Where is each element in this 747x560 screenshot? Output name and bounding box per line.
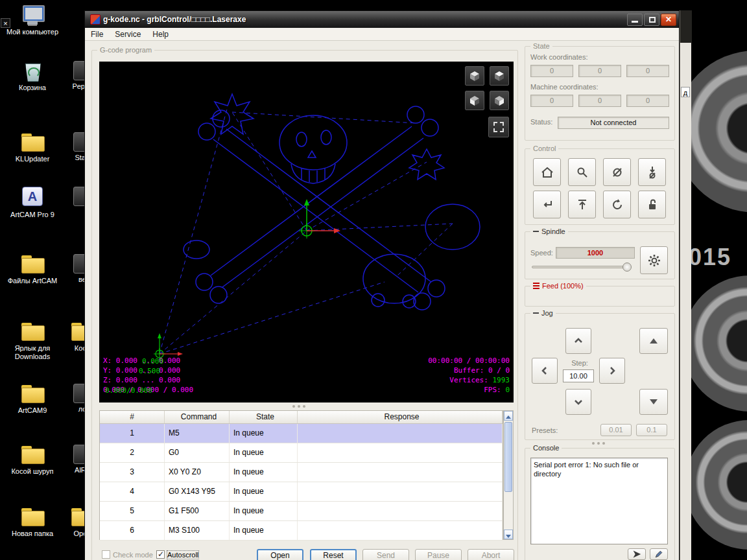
safe-position-button[interactable] <box>568 191 596 218</box>
view-front-button[interactable] <box>465 91 484 110</box>
console-send-button[interactable] <box>628 548 646 560</box>
menu-file[interactable]: File <box>85 29 109 40</box>
autoscroll-checkbox[interactable] <box>156 550 165 559</box>
console-edit-button[interactable] <box>650 548 668 560</box>
feed-menu-icon[interactable] <box>533 285 540 286</box>
background-window-text: д <box>681 87 690 97</box>
abort-button[interactable]: Abort <box>468 549 514 560</box>
wallpaper-circle <box>682 275 747 412</box>
close-button[interactable]: ✕ <box>661 14 676 26</box>
folder-icon <box>19 320 45 342</box>
folder-icon <box>19 443 45 465</box>
table-row[interactable]: 3X0 Y0 Z0In queue <box>100 463 503 482</box>
recycle-bin-icon <box>19 60 45 82</box>
table-row[interactable]: 6M3 S100In queue <box>100 521 503 541</box>
collapse-icon[interactable] <box>533 312 539 314</box>
app-icon <box>90 14 101 25</box>
desktop-icon-artcam-files[interactable]: Файлы ArtCAM <box>3 253 62 285</box>
titlebar[interactable]: g-kode.nc - grblControl/□□□□.Laseraxe ✕ <box>85 11 679 28</box>
view-isometric-button[interactable] <box>465 66 484 86</box>
check-mode-checkbox[interactable] <box>102 550 110 559</box>
desktop-icon-my-computer[interactable]: Мой компьютер <box>3 4 62 36</box>
check-mode-checkbox-row[interactable]: Check mode <box>102 550 153 559</box>
view-left-button[interactable] <box>490 91 509 110</box>
command-table[interactable]: # Command State Response 1M5In queue 2G0… <box>99 410 503 540</box>
splitter-handle[interactable] <box>292 405 295 408</box>
desktop-icon-new-folder[interactable]: Новая папка <box>3 506 62 538</box>
panel-splitter-handle[interactable] <box>592 442 595 445</box>
collapse-icon[interactable] <box>533 231 539 232</box>
menu-help[interactable]: Help <box>147 29 174 40</box>
preset-01-button[interactable]: 0.1 <box>636 424 667 436</box>
desktop-icon-recycle-bin[interactable]: Корзина <box>3 60 62 92</box>
hud-coordinates: X: 0.000 ... 0.0000.000 Y: 0.000 ... 0.0… <box>103 356 193 395</box>
menu-service[interactable]: Service <box>109 29 147 40</box>
state-group: State Work coordinates: 0 0 0 Machine co… <box>525 46 675 141</box>
home-button[interactable] <box>533 158 561 186</box>
folder-icon <box>19 506 45 528</box>
maximize-button[interactable] <box>644 14 659 26</box>
work-coordinates-label: Work coordinates: <box>530 53 587 61</box>
table-row[interactable]: 4G0 X143 Y95In queue <box>100 482 503 502</box>
wallpaper-text: 015 <box>689 244 731 271</box>
fit-view-button[interactable] <box>488 117 509 137</box>
scrollbar-thumb[interactable] <box>504 422 512 492</box>
artcam-icon: A <box>22 187 43 206</box>
open-button[interactable]: Open <box>257 549 303 560</box>
step-input[interactable]: 10.00 <box>563 369 594 382</box>
reset-button-control[interactable] <box>603 191 631 218</box>
jog-x-minus-button[interactable] <box>532 358 558 384</box>
desktop-icon-artcam9[interactable]: ArtCAM9 <box>3 382 62 415</box>
machine-z-display: 0 <box>626 95 669 107</box>
step-label: Step: <box>564 359 595 367</box>
gcode-visualizer[interactable]: X: 0.000 ... 0.0000.000 Y: 0.000 ... 0.0… <box>99 62 514 402</box>
spindle-speed-display: 1000 <box>556 247 635 259</box>
autoscroll-checkbox-row[interactable]: Autoscroll <box>156 550 198 559</box>
scroll-down-button[interactable] <box>504 530 513 539</box>
jog-y-plus-button[interactable] <box>565 328 591 354</box>
desktop-icon-artcam-pro[interactable]: A ArtCAM Pro 9 <box>3 185 62 219</box>
zero-z-button[interactable] <box>638 158 666 186</box>
slider-handle[interactable] <box>622 262 632 272</box>
unlock-button[interactable] <box>638 191 666 218</box>
computer-icon <box>19 4 45 26</box>
jog-y-minus-button[interactable] <box>565 389 591 415</box>
gcode-preview-svg <box>99 62 514 402</box>
feed-group: Feed (100%) <box>525 286 675 307</box>
restore-origin-button[interactable] <box>533 191 561 218</box>
jog-z-up-button[interactable] <box>639 328 668 354</box>
status-display: Not connected <box>558 117 669 129</box>
spindle-settings-button[interactable] <box>640 246 668 274</box>
view-top-button[interactable] <box>490 66 509 86</box>
minimize-button[interactable] <box>627 14 643 26</box>
control-group: Control <box>525 148 675 225</box>
grblcontrol-window: g-kode.nc - grblControl/□□□□.Laseraxe ✕ … <box>84 10 680 560</box>
console-group: Console Serial port error 1: No such fil… <box>525 448 675 560</box>
table-row[interactable]: 5G1 F500In queue <box>100 502 503 521</box>
pause-button[interactable]: Pause <box>415 549 462 560</box>
table-row[interactable]: 1M5In queue <box>100 424 503 443</box>
autoscroll-label: Autoscroll <box>167 551 198 559</box>
table-row[interactable]: 2G0In queue <box>100 443 503 463</box>
console-output[interactable]: Serial port error 1: No such file or dir… <box>530 458 668 544</box>
spindle-speed-slider[interactable] <box>532 266 630 268</box>
hud-stats: 00:00:00 / 00:00:00 Buffer: 0 / 0 Vertic… <box>428 356 510 395</box>
status-label: Status: <box>530 118 552 126</box>
jog-x-plus-button[interactable] <box>599 358 625 384</box>
jog-z-down-button[interactable] <box>639 389 668 415</box>
window-title: g-kode.nc - grblControl/□□□□.Laseraxe <box>103 15 626 24</box>
desktop-icon-kosoy-shurup[interactable]: Косой шуруп <box>3 443 62 476</box>
table-scrollbar[interactable] <box>503 410 514 540</box>
reset-button[interactable]: Reset <box>310 549 357 560</box>
state-group-title: State <box>530 42 552 50</box>
menubar: File Service Help <box>85 28 679 41</box>
send-button[interactable]: Send <box>362 549 409 560</box>
gcode-program-group-title: G-code program <box>97 46 154 54</box>
desktop-icon-klupdater[interactable]: KLUpdater <box>3 131 62 163</box>
preset-001-button[interactable]: 0.01 <box>600 424 632 436</box>
console-group-title: Console <box>530 444 562 452</box>
zero-xy-button[interactable] <box>603 158 631 186</box>
z-probe-button[interactable] <box>568 158 596 186</box>
scroll-up-button[interactable] <box>504 411 513 421</box>
desktop-icon-downloads-shortcut[interactable]: Ярлык для Downloads <box>3 320 62 361</box>
